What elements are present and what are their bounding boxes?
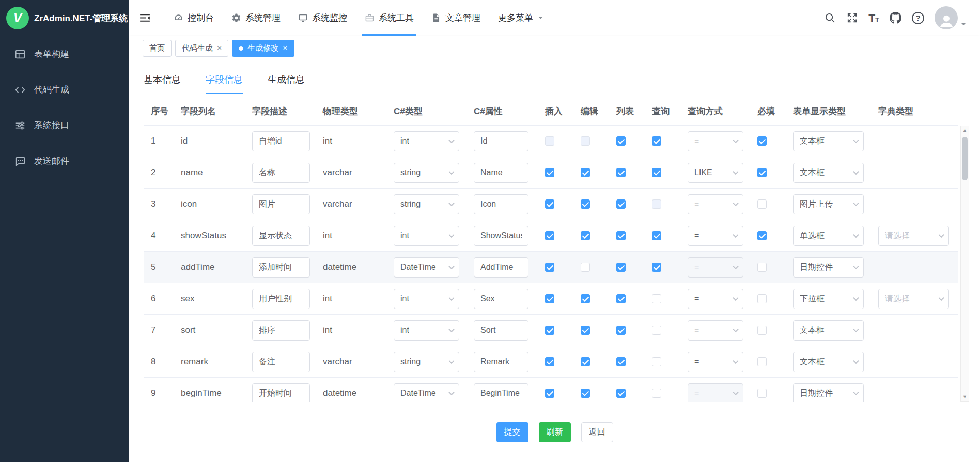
- query-checkbox[interactable]: [652, 389, 661, 398]
- csharp-type-select[interactable]: DateTime: [394, 383, 459, 402]
- scroll-thumb[interactable]: [962, 137, 968, 180]
- insert-checkbox[interactable]: [545, 389, 554, 398]
- search-icon[interactable]: [824, 12, 836, 24]
- csharp-type-select[interactable]: string: [394, 163, 459, 183]
- nav-item-system-monitor[interactable]: 系统监控: [289, 0, 356, 36]
- list-checkbox[interactable]: [616, 357, 626, 366]
- required-checkbox[interactable]: [757, 357, 767, 366]
- display-type-select[interactable]: 下拉框: [793, 289, 864, 309]
- scroll-up-button[interactable]: ▲: [961, 126, 969, 134]
- app-logo-row[interactable]: V ZrAdmin.NET-管理系统: [0, 0, 129, 36]
- csharp-property-input[interactable]: [474, 257, 528, 278]
- field-description-input[interactable]: [252, 289, 310, 309]
- csharp-type-select[interactable]: int: [394, 289, 459, 309]
- back-button[interactable]: 返回: [581, 422, 613, 442]
- list-checkbox[interactable]: [616, 199, 626, 209]
- display-type-select[interactable]: 文本框: [793, 352, 864, 372]
- sidebar-item-send-mail[interactable]: 发送邮件: [0, 143, 129, 179]
- list-checkbox[interactable]: [616, 294, 626, 303]
- field-description-input[interactable]: [252, 131, 310, 151]
- required-checkbox[interactable]: [757, 168, 767, 177]
- display-type-select[interactable]: 文本框: [793, 163, 864, 183]
- edit-checkbox[interactable]: [581, 357, 590, 366]
- required-checkbox[interactable]: [757, 326, 767, 335]
- tag-generation-edit[interactable]: 生成修改 ×: [232, 40, 294, 57]
- submit-button[interactable]: 提交: [496, 422, 528, 442]
- query-mode-select[interactable]: =: [688, 226, 743, 246]
- csharp-type-select[interactable]: string: [394, 352, 459, 372]
- csharp-property-input[interactable]: [474, 163, 528, 183]
- required-checkbox[interactable]: [757, 263, 767, 272]
- required-checkbox[interactable]: [757, 231, 767, 240]
- edit-checkbox[interactable]: [581, 294, 590, 303]
- csharp-property-input[interactable]: [474, 131, 528, 151]
- field-description-input[interactable]: [252, 163, 310, 183]
- nav-item-more-menu[interactable]: 更多菜单: [489, 0, 553, 36]
- csharp-type-select[interactable]: int: [394, 320, 459, 341]
- query-mode-select[interactable]: =: [688, 289, 743, 309]
- help-icon[interactable]: ?: [912, 12, 924, 24]
- query-checkbox[interactable]: [652, 326, 661, 335]
- list-checkbox[interactable]: [616, 231, 626, 240]
- field-description-input[interactable]: [252, 352, 310, 372]
- csharp-type-select[interactable]: string: [394, 194, 459, 214]
- field-description-input[interactable]: [252, 226, 310, 246]
- edit-checkbox[interactable]: [581, 326, 590, 335]
- query-checkbox[interactable]: [652, 136, 661, 146]
- list-checkbox[interactable]: [616, 263, 626, 272]
- query-mode-select[interactable]: LIKE: [688, 163, 743, 183]
- query-checkbox[interactable]: [652, 231, 661, 240]
- insert-checkbox[interactable]: [545, 168, 554, 177]
- query-checkbox[interactable]: [652, 294, 661, 303]
- query-checkbox[interactable]: [652, 168, 661, 177]
- display-type-select[interactable]: 单选框: [793, 226, 864, 246]
- font-size-icon[interactable]: TT: [868, 12, 879, 23]
- scroll-down-button[interactable]: ▼: [961, 393, 969, 401]
- vertical-scrollbar[interactable]: ▲ ▼: [960, 126, 969, 402]
- csharp-property-input[interactable]: [474, 352, 528, 372]
- edit-checkbox[interactable]: [581, 199, 590, 209]
- required-checkbox[interactable]: [757, 294, 767, 303]
- tab-generate-info[interactable]: 生成信息: [268, 73, 305, 94]
- display-type-select[interactable]: 日期控件: [793, 257, 864, 278]
- sidebar-collapse-icon[interactable]: [138, 11, 151, 24]
- nav-item-article-management[interactable]: 文章管理: [423, 0, 489, 36]
- edit-checkbox[interactable]: [581, 389, 590, 398]
- fullscreen-icon[interactable]: [846, 12, 858, 24]
- edit-checkbox[interactable]: [581, 168, 590, 177]
- close-icon[interactable]: ×: [217, 44, 222, 52]
- display-type-select[interactable]: 图片上传: [793, 194, 864, 214]
- edit-checkbox[interactable]: [581, 136, 590, 146]
- list-checkbox[interactable]: [616, 326, 626, 335]
- insert-checkbox[interactable]: [545, 263, 554, 272]
- tag-code-generation[interactable]: 代码生成 ×: [175, 40, 228, 57]
- sidebar-item-form-builder[interactable]: 表单构建: [0, 36, 129, 72]
- query-checkbox[interactable]: [652, 263, 661, 272]
- query-checkbox[interactable]: [652, 199, 661, 209]
- github-icon[interactable]: [890, 12, 901, 24]
- refresh-button[interactable]: 刷新: [539, 422, 571, 442]
- close-icon[interactable]: ×: [283, 44, 287, 52]
- list-checkbox[interactable]: [616, 168, 626, 177]
- sidebar-item-code-generation[interactable]: 代码生成: [0, 72, 129, 107]
- tab-basic-info[interactable]: 基本信息: [144, 73, 181, 94]
- list-checkbox[interactable]: [616, 389, 626, 398]
- query-mode-select[interactable]: =: [688, 257, 743, 278]
- display-type-select[interactable]: 日期控件: [793, 383, 864, 402]
- display-type-select[interactable]: 文本框: [793, 320, 864, 341]
- insert-checkbox[interactable]: [545, 294, 554, 303]
- query-mode-select[interactable]: =: [688, 383, 743, 402]
- display-type-select[interactable]: 文本框: [793, 131, 864, 151]
- nav-item-system-management[interactable]: 系统管理: [223, 0, 289, 36]
- list-checkbox[interactable]: [616, 136, 626, 146]
- insert-checkbox[interactable]: [545, 357, 554, 366]
- csharp-property-input[interactable]: [474, 194, 528, 214]
- insert-checkbox[interactable]: [545, 231, 554, 240]
- csharp-property-input[interactable]: [474, 320, 528, 341]
- edit-checkbox[interactable]: [581, 231, 590, 240]
- field-description-input[interactable]: [252, 383, 310, 402]
- csharp-property-input[interactable]: [474, 226, 528, 246]
- insert-checkbox[interactable]: [545, 326, 554, 335]
- query-checkbox[interactable]: [652, 357, 661, 366]
- nav-item-system-tools[interactable]: 系统工具: [356, 0, 423, 36]
